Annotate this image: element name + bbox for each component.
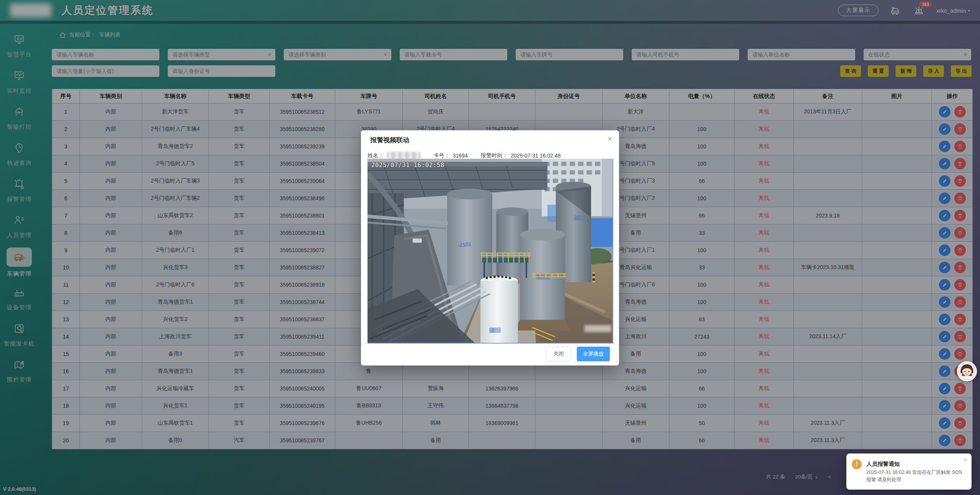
warning-icon: ! — [852, 459, 862, 469]
svg-text:-2101: -2101 — [457, 241, 472, 248]
redacted-name — [387, 152, 420, 159]
card-label: 卡号： — [434, 152, 450, 159]
alarm-info-line: 姓名： 卡号： 31694 报警时间： 2025-07-31 16:02:48 — [368, 152, 561, 159]
close-icon[interactable]: × — [608, 135, 612, 143]
time-label: 报警时间： — [481, 152, 508, 159]
close-icon[interactable]: × — [963, 457, 967, 463]
dialog-title: 报警视频联动 — [370, 136, 409, 145]
toast-message: 2025-07-31 16:02:48 雷佰存在厂区触发 SOS报警 请及时处理 — [866, 469, 966, 484]
dialog-footer: 关闭 全屏播放 — [361, 342, 619, 365]
redacted-patch — [584, 325, 611, 332]
toast-title: 人员报警通知 — [866, 460, 900, 468]
time-value: 2025-07-31 16:02:48 — [511, 153, 561, 159]
fullscreen-play-button[interactable]: 全屏播放 — [577, 347, 610, 361]
close-button[interactable]: 关闭 — [546, 347, 571, 361]
alarm-toast: ! 人员报警通知 × 2025-07-31 16:02:48 雷佰存在厂区触发 … — [846, 453, 972, 490]
svg-text:-2: -2 — [490, 327, 495, 333]
camera-timestamp: 2025/07/31 16:02:58 — [371, 162, 445, 169]
alarm-video-dialog: 报警视频联动 × 姓名： 卡号： 31694 报警时间： 2025-07-31 … — [361, 130, 619, 365]
avatar-face — [958, 362, 976, 380]
name-label: 姓名： — [368, 152, 384, 159]
assistant-avatar[interactable] — [957, 361, 977, 381]
card-value: 31694 — [453, 153, 468, 159]
plant-camera-scene: -2101 T -2 — [368, 159, 612, 343]
app-root: 人员定位管理系统 大屏展示 163 xrkc_admin ▾ 智慧平台 实时监控… — [0, 0, 980, 495]
cctv-video-frame[interactable]: -2101 T -2 — [368, 159, 613, 344]
